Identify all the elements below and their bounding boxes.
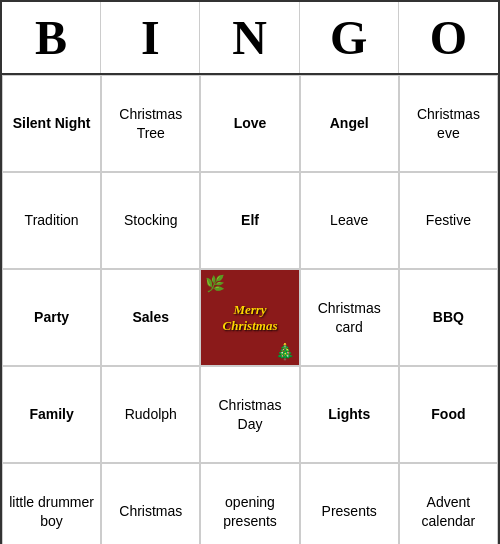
cell-n1[interactable]: Love (200, 75, 299, 172)
bingo-grid: Silent Night Christmas Tree Love Angel C… (2, 75, 498, 544)
christmas-text: Christmas (223, 318, 278, 334)
cell-i3[interactable]: Sales (101, 269, 200, 366)
letter-i: I (101, 2, 200, 73)
cell-o1-text: Christmas eve (406, 105, 491, 141)
cell-n4[interactable]: Christmas Day (200, 366, 299, 463)
cell-n3[interactable]: 🌿 Merry Christmas 🎄 (200, 269, 299, 366)
bingo-card: B I N G O Silent Night Christmas Tree Lo… (0, 0, 500, 544)
cell-o1[interactable]: Christmas eve (399, 75, 498, 172)
cell-o5-text: Advent calendar (406, 493, 491, 529)
cell-n5[interactable]: opening presents (200, 463, 299, 544)
cell-n4-text: Christmas Day (207, 396, 292, 432)
cell-g5-text: Presents (322, 502, 377, 520)
cell-b5[interactable]: little drummer boy (2, 463, 101, 544)
letter-o: O (399, 2, 498, 73)
cell-g3[interactable]: Christmas card (300, 269, 399, 366)
cell-b2-text: Tradition (25, 211, 79, 229)
cell-o2-text: Festive (426, 211, 471, 229)
cell-b5-text: little drummer boy (9, 493, 94, 529)
cell-g4-text: Lights (328, 405, 370, 423)
cell-b4-text: Family (29, 405, 73, 423)
cell-n1-text: Love (234, 114, 267, 132)
cell-i4-text: Rudolph (125, 405, 177, 423)
cell-i1[interactable]: Christmas Tree (101, 75, 200, 172)
cell-o4-text: Food (431, 405, 465, 423)
cell-g1-text: Angel (330, 114, 369, 132)
bingo-header: B I N G O (2, 2, 498, 75)
cell-b2[interactable]: Tradition (2, 172, 101, 269)
cell-o3-text: BBQ (433, 308, 464, 326)
letter-n: N (200, 2, 299, 73)
cell-i1-text: Christmas Tree (108, 105, 193, 141)
holly-icon-left: 🌿 (205, 274, 225, 293)
cell-i2[interactable]: Stocking (101, 172, 200, 269)
cell-n2-text: Elf (241, 211, 259, 229)
cell-o2[interactable]: Festive (399, 172, 498, 269)
merry-christmas-image: 🌿 Merry Christmas 🎄 (201, 270, 298, 365)
cell-b4[interactable]: Family (2, 366, 101, 463)
cell-i3-text: Sales (132, 308, 169, 326)
cell-o5[interactable]: Advent calendar (399, 463, 498, 544)
cell-i5-text: Christmas (119, 502, 182, 520)
cell-b3-text: Party (34, 308, 69, 326)
cell-b3[interactable]: Party (2, 269, 101, 366)
cell-g3-text: Christmas card (307, 299, 392, 335)
letter-g: G (300, 2, 399, 73)
cell-b1[interactable]: Silent Night (2, 75, 101, 172)
cell-n5-text: opening presents (207, 493, 292, 529)
cell-g2[interactable]: Leave (300, 172, 399, 269)
cell-g2-text: Leave (330, 211, 368, 229)
cell-n2[interactable]: Elf (200, 172, 299, 269)
cell-i4[interactable]: Rudolph (101, 366, 200, 463)
cell-o4[interactable]: Food (399, 366, 498, 463)
cell-g1[interactable]: Angel (300, 75, 399, 172)
cell-i2-text: Stocking (124, 211, 178, 229)
cell-g4[interactable]: Lights (300, 366, 399, 463)
cell-g5[interactable]: Presents (300, 463, 399, 544)
cell-o3[interactable]: BBQ (399, 269, 498, 366)
letter-b: B (2, 2, 101, 73)
holly-icon-right: 🎄 (275, 342, 295, 361)
cell-i5[interactable]: Christmas (101, 463, 200, 544)
merry-text: Merry (233, 302, 266, 318)
cell-b1-text: Silent Night (13, 114, 91, 132)
